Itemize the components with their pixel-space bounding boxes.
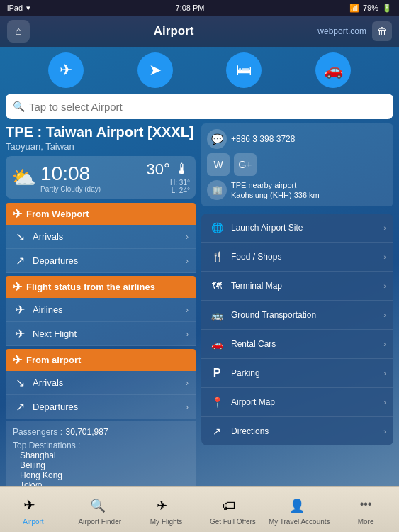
- google-button[interactable]: G+: [234, 153, 257, 176]
- svg-text:👤: 👤: [289, 498, 305, 514]
- bottom-nav-accounts[interactable]: 👤 My Travel Accounts: [266, 490, 332, 528]
- from-airport-label: From airport: [26, 355, 81, 365]
- header: ⌂ Airport webport.com 🗑: [0, 16, 399, 47]
- header-url: webport.com: [317, 26, 366, 36]
- nav-icons-bar: ✈ ➤ 🛏 🚗: [0, 47, 399, 94]
- from-airport-section: ✈ From airport ↘ Arrivals › ↗ Departures…: [6, 349, 196, 419]
- bottom-nav-more[interactable]: ••• More: [332, 490, 399, 528]
- parking-label: Parking: [231, 368, 378, 378]
- bottom-accounts-icon: 👤: [288, 493, 310, 516]
- ground-icon: 🚌: [208, 306, 225, 323]
- airport-map-label: Airport Map: [231, 397, 378, 407]
- bottom-nav-offers[interactable]: 🏷 Get Full Offers: [199, 490, 266, 528]
- wikipedia-icon: W: [213, 159, 223, 170]
- bottom-nav-myflights[interactable]: ✈ My Flights: [133, 490, 200, 528]
- bottom-finder-label: Airport Finder: [78, 518, 121, 526]
- bottom-nav-finder[interactable]: 🔍 Airport Finder: [67, 490, 133, 528]
- airport-departures-chevron: ›: [186, 402, 189, 412]
- airport-arrivals-chevron: ›: [186, 378, 189, 388]
- bottom-offers-icon: 🏷: [221, 493, 244, 516]
- from-webport-section: ✈ From Webport ↘ Arrivals › ↗ Departures…: [6, 203, 196, 273]
- ground-chevron: ›: [383, 311, 386, 319]
- departures-label: Departures: [33, 255, 180, 266]
- airport-departures-icon: ↗: [13, 400, 27, 414]
- weather-left: ⛅ 10:08 Partly Cloudy (day): [11, 162, 101, 193]
- directions-icon: ↗: [208, 423, 225, 440]
- home-button[interactable]: ⌂: [7, 20, 30, 43]
- social-row: W G+: [207, 153, 388, 176]
- main-content: TPE : Taiwan Airport [XXXL] Taoyuan, Tai…: [0, 123, 399, 517]
- temp-high: H: 31°: [170, 179, 190, 187]
- airlines-chevron: ›: [186, 305, 189, 315]
- nav-icon-flights[interactable]: ➤: [137, 52, 173, 88]
- weather-row: ⛅ 10:08 Partly Cloudy (day) 30° 🌡 H: 31°…: [6, 156, 196, 199]
- webport-icon: ✈: [13, 207, 22, 221]
- dest-shanghai: Shanghai: [20, 450, 189, 460]
- temp-low: L: 24°: [172, 187, 190, 194]
- temperature: 30° 🌡: [147, 160, 190, 179]
- airlines-item[interactable]: ✈ Airlines ›: [6, 298, 196, 322]
- nav-icon-hotel[interactable]: 🛏: [226, 52, 262, 88]
- rental-label: Rental Cars: [231, 339, 378, 349]
- bottom-offers-label: Get Full Offers: [210, 518, 256, 526]
- parking-icon: P: [208, 365, 225, 382]
- airport-arrivals-icon: ↘: [13, 376, 27, 389]
- bottom-accounts-label: My Travel Accounts: [269, 518, 330, 526]
- parking-chevron: ›: [383, 369, 386, 377]
- flight-status-icon: ✈: [13, 280, 22, 294]
- wikipedia-button[interactable]: W: [207, 153, 230, 176]
- battery-icon: 🔋: [382, 4, 392, 13]
- airport-map[interactable]: 📍 Airport Map ›: [201, 388, 393, 417]
- launch-label: Launch Airport Site: [231, 223, 378, 233]
- airport-time: 10:08: [40, 162, 101, 185]
- next-flight-icon: ✈: [13, 327, 27, 340]
- skype-icon: 💬: [207, 129, 227, 149]
- nav-icon-car[interactable]: 🚗: [315, 52, 351, 88]
- airport-code: TPE: [6, 124, 33, 140]
- arrivals-label: Arrivals: [33, 231, 180, 242]
- search-bar[interactable]: 🔍: [6, 94, 393, 119]
- terminal-chevron: ›: [383, 282, 386, 290]
- bottom-nav-airport[interactable]: ✈ Airport: [0, 490, 67, 528]
- directions[interactable]: ↗ Directions ›: [201, 417, 393, 445]
- departures-chevron: ›: [186, 256, 189, 266]
- nearby-row: 🏢 TPE nearby airport Kaohsiung (KHH) 336…: [207, 180, 388, 201]
- flight-status-header: ✈ Flight status from the airlines: [6, 276, 196, 298]
- airport-departures[interactable]: ↗ Departures ›: [6, 395, 196, 419]
- airport-arrivals[interactable]: ↘ Arrivals ›: [6, 371, 196, 395]
- ground-transport[interactable]: 🚌 Ground Transportation ›: [201, 301, 393, 330]
- search-input[interactable]: [29, 101, 386, 113]
- flight-status-label: Flight status from the airlines: [26, 282, 155, 292]
- nav-icon-airport[interactable]: ✈: [48, 52, 84, 88]
- passengers-label: Passengers :: [13, 427, 62, 437]
- status-left: iPad ▾: [7, 4, 30, 13]
- directions-chevron: ›: [383, 427, 386, 436]
- terminal-map[interactable]: 🗺 Terminal Map ›: [201, 272, 393, 301]
- google-icon: G+: [238, 159, 252, 170]
- launch-airport-site[interactable]: 🌐 Launch Airport Site ›: [201, 214, 393, 243]
- webport-departures[interactable]: ↗ Departures ›: [6, 249, 196, 273]
- nearby-icon: 🏢: [207, 180, 227, 200]
- trash-button[interactable]: 🗑: [372, 21, 392, 41]
- rental-cars[interactable]: 🚗 Rental Cars ›: [201, 330, 393, 359]
- airport-map-chevron: ›: [383, 398, 386, 406]
- phone-row: 💬 +886 3 398 3728: [207, 129, 388, 149]
- header-right: webport.com 🗑: [317, 21, 392, 41]
- rental-chevron: ›: [383, 340, 386, 348]
- next-flight-item[interactable]: ✈ Next Flight ›: [6, 322, 196, 346]
- ground-label: Ground Transportation: [231, 310, 378, 320]
- passengers-value: 30,701,987: [66, 427, 108, 437]
- svg-text:🏷: 🏷: [223, 499, 235, 513]
- signal-icon: 📶: [349, 4, 359, 13]
- next-flight-label: Next Flight: [33, 328, 180, 339]
- airport-name: Taiwan Airport [XXXL]: [46, 124, 194, 140]
- webport-arrivals[interactable]: ↘ Arrivals ›: [6, 225, 196, 249]
- parking[interactable]: P Parking ›: [201, 359, 393, 388]
- food-shops[interactable]: 🍴 Food / Shops ›: [201, 243, 393, 272]
- destinations-label: Top Destinations :: [13, 440, 189, 450]
- weather-desc: Partly Cloudy (day): [40, 185, 101, 193]
- nearby-line2: Kaohsiung (KHH) 336 km: [231, 190, 320, 200]
- from-airport-icon: ✈: [13, 353, 22, 367]
- svg-text:✈: ✈: [157, 499, 167, 513]
- next-flight-chevron: ›: [186, 329, 189, 339]
